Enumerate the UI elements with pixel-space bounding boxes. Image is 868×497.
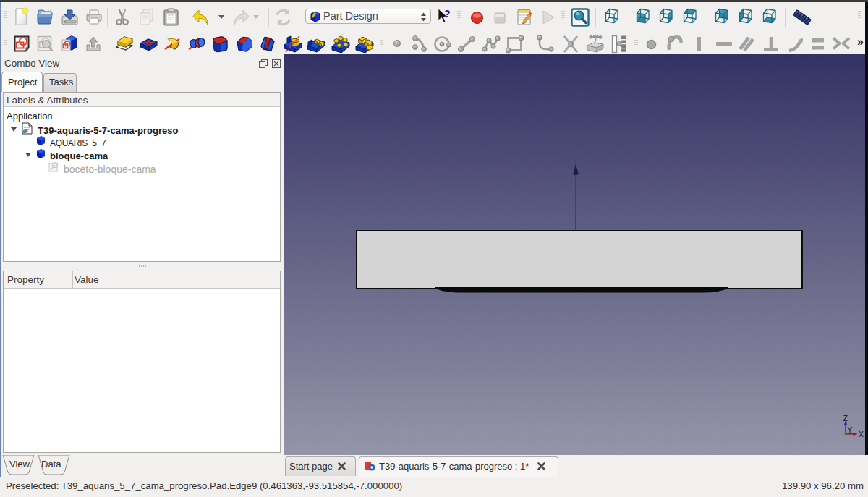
svg-text:?: ? (444, 8, 451, 20)
svg-text:X: X (859, 430, 864, 438)
svg-text:Y: Y (848, 425, 853, 434)
